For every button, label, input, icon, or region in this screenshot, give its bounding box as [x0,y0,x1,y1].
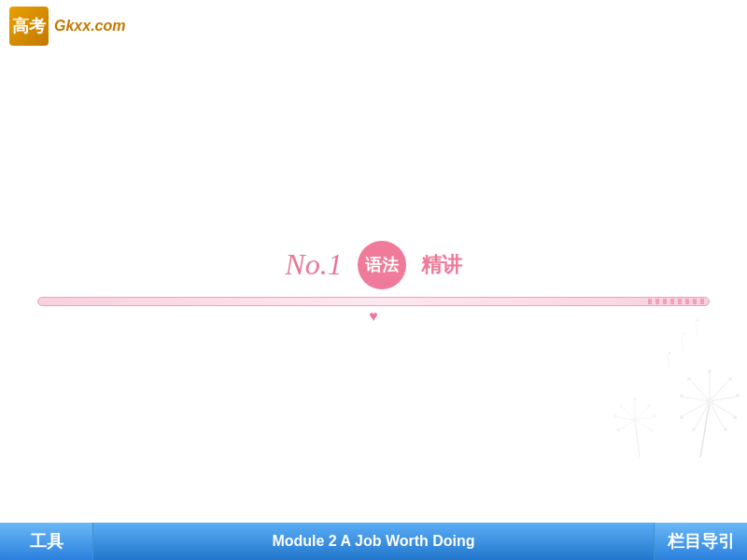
yufa-badge: 语法 [358,241,406,289]
taskbar-tools-label: 工具 [30,530,63,553]
logo-text: Gkxx.com [54,18,125,35]
jingjing-label: 精讲 [421,251,462,279]
dandelion-decoration [560,308,747,457]
deco-line [37,297,710,306]
svg-point-19 [706,398,713,405]
logo-icon: 高考 [9,7,49,46]
svg-point-18 [687,377,691,381]
taskbar-nav-button[interactable]: 栏目导引 [654,523,747,560]
svg-point-35 [632,417,638,423]
svg-point-15 [692,427,696,431]
svg-point-13 [733,415,737,419]
svg-line-40 [668,355,669,369]
svg-point-29 [648,405,651,408]
logo-container: 高考 Gkxx.com [9,7,125,46]
svg-point-41 [669,352,671,355]
title-row: No.1 语法 精讲 [285,241,461,289]
svg-point-17 [680,394,684,398]
svg-point-12 [736,394,740,398]
heart-icon: ♥ [369,308,378,325]
yufa-label: 语法 [365,254,399,276]
dandelion-svg [560,308,747,457]
svg-point-33 [614,415,617,418]
svg-point-34 [620,405,623,408]
svg-point-39 [697,319,699,322]
svg-point-11 [728,377,732,381]
no1-label: No.1 [285,247,342,282]
svg-line-38 [696,322,698,336]
taskbar-center: Module 2 A Job Worth Doing [93,533,654,550]
taskbar-module-label: Module 2 A Job Worth Doing [272,533,474,550]
svg-point-31 [651,429,654,432]
svg-point-32 [617,429,620,432]
svg-point-14 [724,427,727,431]
top-bar: 高考 Gkxx.com [0,0,747,51]
svg-point-16 [680,415,684,419]
logo-icon-text: 高考 [12,15,46,37]
svg-line-36 [682,336,684,350]
taskbar: 工具 Module 2 A Job Worth Doing 栏目导引 [0,523,747,560]
taskbar-nav-label: 栏目导引 [668,530,735,553]
taskbar-tools-button[interactable]: 工具 [0,523,93,560]
svg-point-28 [634,399,637,401]
svg-point-37 [683,333,685,336]
svg-line-20 [635,420,640,457]
main-content: No.1 语法 精讲 ♥ [0,51,747,513]
svg-point-10 [708,370,712,373]
svg-point-30 [654,415,656,418]
